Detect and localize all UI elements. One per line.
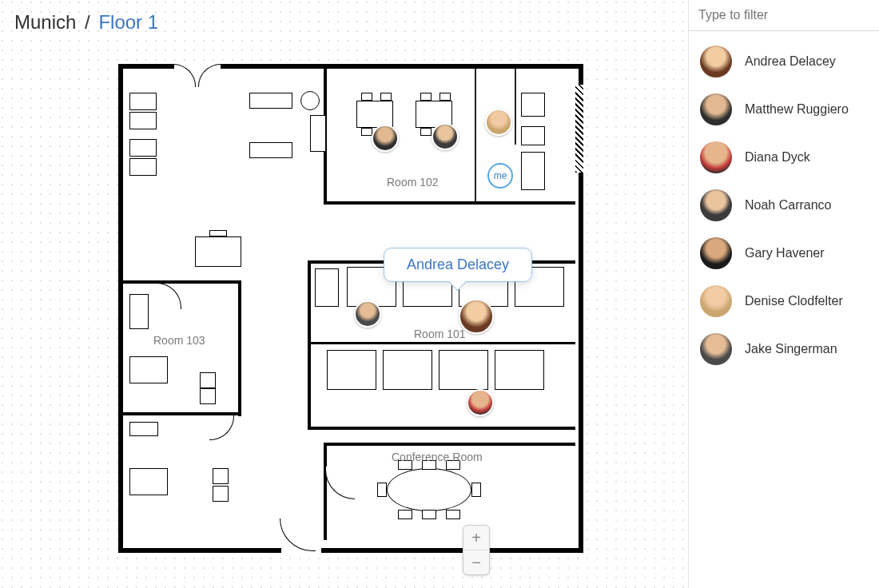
person-name: Gary Havener: [745, 246, 825, 260]
app-root: Munich / Floor 1: [0, 0, 879, 588]
furniture: [249, 142, 292, 158]
furniture: [129, 139, 157, 157]
wall: [238, 280, 241, 416]
furniture: [200, 388, 216, 404]
map-avatar[interactable]: [485, 109, 512, 136]
person-row[interactable]: Noah Carranco: [689, 181, 879, 229]
person-tooltip: Andrea Delacey: [384, 248, 532, 282]
furniture: [380, 93, 392, 101]
wall: [515, 69, 516, 145]
person-row[interactable]: Denise Clodfelter: [689, 277, 879, 325]
furniture: [129, 158, 157, 176]
furniture: [195, 236, 241, 267]
wall: [324, 201, 575, 205]
furniture: [129, 422, 158, 436]
wall: [324, 443, 327, 540]
furniture: [213, 468, 229, 484]
room-label-conf: Conference Room: [392, 451, 483, 463]
person-name: Andrea Delacey: [745, 54, 836, 69]
people-panel: Andrea DelaceyMatthew RuggieroDiana Dyck…: [688, 0, 879, 588]
chair: [377, 483, 387, 497]
tooltip-name: Andrea Delacey: [407, 256, 509, 272]
breadcrumb-separator: /: [85, 11, 90, 33]
person-avatar: [700, 141, 732, 173]
exterior-window: [575, 85, 583, 173]
person-name: Denise Clodfelter: [745, 294, 843, 308]
map-avatar[interactable]: [354, 300, 381, 328]
map-avatar[interactable]: [459, 299, 494, 334]
furniture: [200, 372, 216, 388]
person-avatar: [700, 93, 732, 125]
furniture: [383, 350, 432, 390]
conference-table: [387, 468, 471, 511]
floor-plate[interactable]: Room 102 Room 101 Room 103 Conference Ro…: [118, 64, 583, 553]
furniture: [129, 356, 168, 383]
person-avatar: [700, 333, 732, 365]
furniture: [521, 93, 545, 117]
furniture: [129, 112, 157, 129]
person-row[interactable]: Gary Havener: [689, 229, 879, 277]
room-label-102: Room 102: [387, 176, 439, 189]
person-avatar: [700, 189, 732, 221]
person-name: Jake Singerman: [745, 342, 837, 356]
wall: [308, 342, 575, 344]
chair: [398, 510, 412, 519]
person-avatar: [700, 285, 732, 317]
door-arc: [209, 415, 234, 440]
floorplan-canvas[interactable]: Munich / Floor 1: [0, 0, 688, 588]
people-list: Andrea DelaceyMatthew RuggieroDiana Dyck…: [689, 31, 879, 379]
zoom-in-button[interactable]: +: [463, 526, 489, 550]
person-avatar: [700, 237, 732, 269]
person-name: Matthew Ruggiero: [745, 102, 849, 117]
wall: [308, 260, 311, 428]
chair: [422, 510, 436, 519]
furniture: [439, 350, 488, 390]
wall: [324, 443, 575, 446]
room-label-101: Room 101: [414, 328, 466, 340]
person-avatar: [700, 46, 732, 77]
chair: [446, 510, 460, 519]
furniture: [249, 93, 292, 109]
chair: [471, 483, 481, 497]
person-name: Diana Dyck: [745, 150, 810, 165]
furniture: [361, 128, 372, 136]
furniture: [440, 93, 451, 101]
furniture: [356, 101, 393, 128]
breadcrumb: Munich / Floor 1: [14, 11, 158, 34]
zoom-out-button[interactable]: −: [463, 550, 489, 574]
furniture: [300, 91, 320, 110]
furniture: [327, 350, 376, 390]
person-name: Noah Carranco: [745, 198, 832, 213]
map-avatar[interactable]: [467, 389, 494, 416]
wall: [123, 280, 241, 284]
door-arc: [157, 283, 181, 309]
zoom-control: + −: [463, 525, 490, 575]
furniture: [213, 486, 229, 502]
furniture: [209, 230, 227, 236]
furniture: [315, 268, 339, 307]
me-marker[interactable]: me: [487, 163, 513, 189]
room-label-103: Room 103: [153, 334, 205, 347]
furniture: [521, 126, 545, 145]
furniture: [420, 128, 432, 136]
wall: [475, 69, 476, 201]
person-row[interactable]: Jake Singerman: [689, 325, 879, 373]
map-avatar[interactable]: [432, 123, 459, 150]
furniture: [129, 93, 157, 110]
map-avatar[interactable]: [372, 125, 399, 152]
person-row[interactable]: Andrea Delacey: [689, 38, 879, 85]
breadcrumb-floor[interactable]: Floor 1: [98, 11, 158, 33]
furniture: [361, 93, 372, 101]
person-row[interactable]: Diana Dyck: [689, 133, 879, 181]
furniture: [310, 115, 326, 152]
filter-input[interactable]: [689, 0, 879, 31]
furniture: [129, 294, 149, 329]
wall: [308, 427, 575, 430]
person-row[interactable]: Matthew Ruggiero: [689, 85, 879, 133]
door-arc: [325, 467, 355, 499]
breadcrumb-location[interactable]: Munich: [14, 11, 76, 33]
furniture: [129, 468, 168, 495]
furniture: [521, 152, 545, 190]
furniture: [495, 350, 544, 390]
furniture: [420, 93, 432, 101]
